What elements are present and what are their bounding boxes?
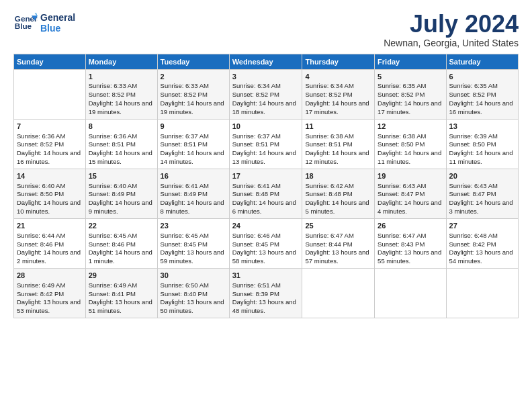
cell-text: Sunset: 8:50 PM bbox=[378, 140, 443, 149]
calendar-cell: 19Sunrise: 6:43 AMSunset: 8:47 PMDayligh… bbox=[375, 169, 446, 218]
calendar-cell: 21Sunrise: 6:44 AMSunset: 8:46 PMDayligh… bbox=[14, 218, 86, 268]
calendar-cell: 26Sunrise: 6:47 AMSunset: 8:43 PMDayligh… bbox=[375, 218, 446, 268]
day-number: 10 bbox=[232, 122, 300, 132]
cell-text: Sunrise: 6:33 AM bbox=[161, 82, 226, 91]
week-row-1: 1Sunrise: 6:33 AMSunset: 8:52 PMDaylight… bbox=[14, 69, 519, 119]
calendar-cell bbox=[14, 69, 86, 119]
cell-text: Sunset: 8:49 PM bbox=[161, 190, 226, 199]
cell-text: Sunrise: 6:45 AM bbox=[89, 232, 154, 240]
header-row: SundayMondayTuesdayWednesdayThursdayFrid… bbox=[14, 54, 519, 69]
day-number: 30 bbox=[161, 271, 226, 281]
cell-text: Sunset: 8:39 PM bbox=[232, 290, 300, 299]
cell-text: Daylight: 14 hours and 14 minutes. bbox=[161, 149, 226, 167]
day-number: 27 bbox=[449, 221, 515, 231]
header-sunday: Sunday bbox=[14, 54, 86, 69]
month-title: July 2024 bbox=[384, 11, 519, 38]
cell-text: Daylight: 14 hours and 15 minutes. bbox=[89, 149, 154, 167]
calendar-cell: 5Sunrise: 6:35 AMSunset: 8:52 PMDaylight… bbox=[375, 69, 446, 119]
cell-text: Daylight: 14 hours and 11 minutes. bbox=[378, 149, 443, 167]
cell-text: Sunrise: 6:47 AM bbox=[305, 232, 371, 240]
calendar-cell bbox=[446, 268, 518, 318]
calendar-cell: 9Sunrise: 6:37 AMSunset: 8:51 PMDaylight… bbox=[157, 119, 229, 169]
calendar-cell bbox=[302, 268, 375, 318]
cell-text: Sunrise: 6:38 AM bbox=[305, 132, 371, 141]
header-thursday: Thursday bbox=[302, 54, 375, 69]
cell-text: Daylight: 14 hours and 10 minutes. bbox=[17, 199, 83, 216]
calendar-cell: 13Sunrise: 6:39 AMSunset: 8:50 PMDayligh… bbox=[446, 119, 518, 169]
cell-text: Sunset: 8:51 PM bbox=[232, 140, 300, 149]
day-number: 3 bbox=[232, 72, 300, 82]
cell-text: Daylight: 13 hours and 48 minutes. bbox=[232, 298, 300, 316]
calendar-cell: 7Sunrise: 6:36 AMSunset: 8:52 PMDaylight… bbox=[14, 119, 86, 169]
cell-text: Sunrise: 6:47 AM bbox=[378, 232, 443, 240]
cell-text: Sunset: 8:52 PM bbox=[449, 91, 515, 99]
day-number: 9 bbox=[161, 122, 226, 132]
calendar-cell: 12Sunrise: 6:38 AMSunset: 8:50 PMDayligh… bbox=[375, 119, 446, 169]
header-monday: Monday bbox=[85, 54, 157, 69]
cell-text: Sunrise: 6:51 AM bbox=[232, 281, 300, 290]
cell-text: Sunrise: 6:40 AM bbox=[17, 182, 83, 191]
day-number: 16 bbox=[161, 171, 226, 181]
cell-text: Sunset: 8:46 PM bbox=[89, 240, 154, 249]
cell-text: Sunrise: 6:38 AM bbox=[378, 132, 443, 141]
day-number: 1 bbox=[89, 72, 154, 82]
cell-text: Sunset: 8:42 PM bbox=[449, 240, 515, 249]
cell-text: Sunrise: 6:36 AM bbox=[89, 132, 154, 141]
cell-text: Sunrise: 6:49 AM bbox=[17, 281, 83, 290]
logo-icon: General Blue bbox=[13, 11, 38, 35]
header-wednesday: Wednesday bbox=[229, 54, 302, 69]
cell-text: Daylight: 14 hours and 18 minutes. bbox=[232, 99, 300, 117]
cell-text: Daylight: 14 hours and 2 minutes. bbox=[17, 248, 83, 266]
cell-text: Sunset: 8:52 PM bbox=[161, 91, 226, 99]
cell-text: Daylight: 14 hours and 5 minutes. bbox=[305, 199, 371, 216]
cell-text: Daylight: 14 hours and 19 minutes. bbox=[89, 99, 154, 117]
cell-text: Sunrise: 6:42 AM bbox=[305, 182, 371, 191]
cell-text: Sunset: 8:43 PM bbox=[378, 240, 443, 249]
title-block: July 2024 Newnan, Georgia, United States bbox=[384, 11, 519, 48]
cell-text: Sunrise: 6:49 AM bbox=[89, 281, 154, 290]
calendar-cell: 24Sunrise: 6:46 AMSunset: 8:45 PMDayligh… bbox=[229, 218, 302, 268]
cell-text: Sunset: 8:50 PM bbox=[17, 190, 83, 199]
cell-text: Daylight: 13 hours and 50 minutes. bbox=[161, 298, 226, 316]
calendar-cell: 18Sunrise: 6:42 AMSunset: 8:48 PMDayligh… bbox=[302, 169, 375, 218]
cell-text: Daylight: 13 hours and 51 minutes. bbox=[89, 298, 154, 316]
cell-text: Daylight: 14 hours and 16 minutes. bbox=[449, 99, 515, 117]
cell-text: Sunset: 8:51 PM bbox=[161, 140, 226, 149]
calendar-cell: 14Sunrise: 6:40 AMSunset: 8:50 PMDayligh… bbox=[14, 169, 86, 218]
day-number: 19 bbox=[378, 171, 443, 181]
cell-text: Sunset: 8:40 PM bbox=[161, 290, 226, 299]
cell-text: Daylight: 14 hours and 11 minutes. bbox=[449, 149, 515, 167]
cell-text: Sunset: 8:42 PM bbox=[17, 290, 83, 299]
cell-text: Sunrise: 6:50 AM bbox=[161, 281, 226, 290]
cell-text: Sunrise: 6:33 AM bbox=[89, 82, 154, 91]
logo-text-blue: Blue bbox=[40, 23, 75, 34]
cell-text: Daylight: 14 hours and 8 minutes. bbox=[161, 199, 226, 216]
week-row-4: 21Sunrise: 6:44 AMSunset: 8:46 PMDayligh… bbox=[14, 218, 519, 268]
cell-text: Daylight: 14 hours and 9 minutes. bbox=[89, 199, 154, 216]
cell-text: Sunset: 8:41 PM bbox=[89, 290, 154, 299]
cell-text: Sunset: 8:52 PM bbox=[305, 91, 371, 99]
cell-text: Sunset: 8:48 PM bbox=[305, 190, 371, 199]
cell-text: Daylight: 14 hours and 4 minutes. bbox=[378, 199, 443, 216]
cell-text: Sunset: 8:46 PM bbox=[17, 240, 83, 249]
day-number: 26 bbox=[378, 221, 443, 231]
calendar-cell: 10Sunrise: 6:37 AMSunset: 8:51 PMDayligh… bbox=[229, 119, 302, 169]
cell-text: Sunrise: 6:34 AM bbox=[232, 82, 300, 91]
cell-text: Daylight: 14 hours and 6 minutes. bbox=[232, 199, 300, 216]
calendar-cell: 17Sunrise: 6:41 AMSunset: 8:48 PMDayligh… bbox=[229, 169, 302, 218]
day-number: 13 bbox=[449, 122, 515, 132]
day-number: 28 bbox=[17, 271, 83, 281]
cell-text: Daylight: 13 hours and 58 minutes. bbox=[232, 248, 300, 266]
cell-text: Daylight: 13 hours and 55 minutes. bbox=[378, 248, 443, 266]
calendar-cell: 22Sunrise: 6:45 AMSunset: 8:46 PMDayligh… bbox=[85, 218, 157, 268]
header-friday: Friday bbox=[375, 54, 446, 69]
cell-text: Daylight: 14 hours and 19 minutes. bbox=[161, 99, 226, 117]
cell-text: Sunset: 8:45 PM bbox=[232, 240, 300, 249]
cell-text: Sunrise: 6:43 AM bbox=[449, 182, 515, 191]
cell-text: Sunrise: 6:41 AM bbox=[232, 182, 300, 191]
cell-text: Sunset: 8:48 PM bbox=[232, 190, 300, 199]
cell-text: Daylight: 14 hours and 1 minute. bbox=[89, 248, 154, 266]
calendar-cell: 1Sunrise: 6:33 AMSunset: 8:52 PMDaylight… bbox=[85, 69, 157, 119]
calendar-table: SundayMondayTuesdayWednesdayThursdayFrid… bbox=[13, 54, 519, 318]
logo-text-general: General bbox=[40, 12, 75, 23]
